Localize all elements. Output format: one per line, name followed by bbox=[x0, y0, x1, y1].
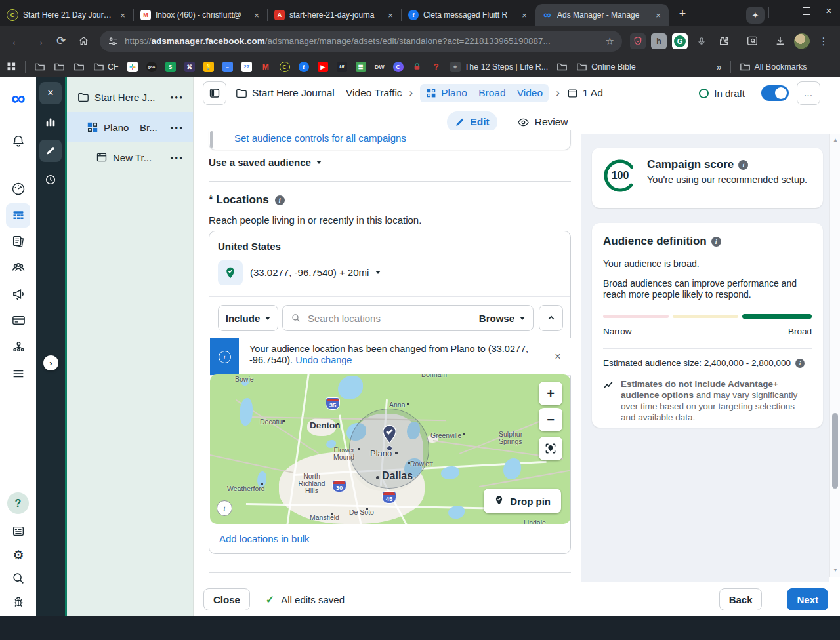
notifications-bell-icon[interactable] bbox=[10, 132, 27, 150]
bookmark-goo-icon[interactable]: goo bbox=[146, 62, 157, 72]
info-icon[interactable]: i bbox=[275, 195, 285, 205]
tab-ads-manager-active[interactable]: ∞ Ads Manager - Manage × bbox=[536, 4, 669, 26]
bookmark-c-circle-icon[interactable]: C bbox=[393, 62, 404, 72]
bookmark-green-s-icon[interactable]: S bbox=[165, 62, 176, 72]
campaigns-table-icon-selected[interactable] bbox=[6, 203, 30, 228]
tree-row-campaign[interactable]: Start Here J... ●●● bbox=[67, 82, 193, 112]
scrollbar-thumb[interactable] bbox=[832, 413, 838, 489]
collapse-sidebar-icon[interactable] bbox=[203, 81, 226, 105]
bookmark-list-icon[interactable]: ☰ bbox=[356, 62, 366, 72]
microphone-icon[interactable] bbox=[692, 31, 711, 51]
add-locations-bulk-link[interactable]: Add locations in bulk bbox=[219, 533, 310, 544]
business-assets-tree-icon[interactable] bbox=[10, 338, 27, 355]
bookmark-folder[interactable] bbox=[556, 62, 568, 71]
info-icon[interactable]: i bbox=[711, 237, 721, 247]
settings-gear-icon[interactable]: ⚙ bbox=[10, 546, 27, 563]
new-tab-button[interactable]: + bbox=[674, 5, 691, 22]
window-close-button[interactable]: × bbox=[818, 0, 840, 22]
bookmark-twelve-steps[interactable]: ✧ The 12 Steps | Life R... bbox=[450, 62, 549, 72]
audiences-people-icon[interactable] bbox=[10, 259, 27, 276]
close-tab-icon[interactable]: × bbox=[251, 9, 262, 21]
back-button[interactable]: Back bbox=[719, 588, 763, 610]
honey-extension-icon[interactable]: h bbox=[651, 33, 667, 49]
scroll-up-arrow[interactable]: ▲ bbox=[833, 137, 838, 143]
bookmark-docs-icon[interactable]: ≡ bbox=[222, 62, 233, 72]
expand-panel-button[interactable]: › bbox=[43, 355, 58, 370]
search-icon[interactable] bbox=[10, 570, 27, 587]
map-locate-pin-button[interactable] bbox=[539, 437, 562, 460]
bookmark-folder[interactable] bbox=[74, 62, 85, 71]
downloads-icon[interactable] bbox=[770, 31, 790, 51]
performance-bars-icon[interactable] bbox=[39, 111, 62, 133]
bookmark-journal-icon[interactable]: C bbox=[280, 62, 290, 72]
tab-facebook[interactable]: f Cleta messaged Fluitt R × bbox=[402, 4, 535, 26]
info-icon[interactable]: i bbox=[738, 160, 748, 170]
breadcrumb-ad[interactable]: 1 Ad bbox=[583, 87, 603, 99]
bookmark-slack-icon[interactable] bbox=[127, 62, 138, 72]
map-zoom-out-button[interactable]: − bbox=[539, 408, 562, 431]
dismiss-banner-icon[interactable]: × bbox=[545, 338, 571, 375]
report-bug-icon[interactable] bbox=[10, 593, 27, 610]
search-locations-box[interactable]: Browse bbox=[282, 305, 534, 331]
coordinates-dropdown[interactable]: (33.0277, -96.7540) + 20mi bbox=[250, 267, 381, 278]
tree-row-ad[interactable]: New Tr... ●●● bbox=[67, 142, 193, 172]
side-search-icon[interactable] bbox=[742, 31, 762, 51]
ads-megaphone-icon[interactable] bbox=[10, 285, 27, 302]
map-pin-icon[interactable] bbox=[379, 424, 400, 447]
next-button[interactable]: Next bbox=[787, 588, 828, 610]
bookmark-facebook-icon[interactable]: f bbox=[299, 62, 309, 72]
breadcrumb-adset-active[interactable]: Plano – Broad – Video bbox=[420, 84, 549, 102]
bookmarks-overflow-chevron[interactable]: » bbox=[717, 62, 722, 72]
scroll-down-arrow[interactable]: ▼ bbox=[833, 567, 838, 573]
map-zoom-in-button[interactable]: + bbox=[539, 382, 562, 405]
breadcrumb-campaign[interactable]: Start Here Journal – Video Traffic bbox=[252, 87, 402, 99]
billing-card-icon[interactable] bbox=[10, 311, 27, 329]
close-tab-icon[interactable]: × bbox=[117, 9, 129, 21]
tab-gmail[interactable]: M Inbox (460) - chrisfluitt@ × bbox=[134, 4, 267, 26]
map-attribution-info-icon[interactable]: i bbox=[217, 500, 232, 516]
row-menu-button[interactable]: ●●● bbox=[171, 125, 194, 130]
bookmark-ui-icon[interactable]: UI bbox=[337, 62, 347, 72]
close-tab-icon[interactable]: × bbox=[652, 9, 664, 21]
search-locations-input[interactable] bbox=[306, 312, 474, 325]
info-icon[interactable]: i bbox=[795, 359, 805, 368]
reports-pages-icon[interactable] bbox=[10, 233, 27, 250]
bookmark-calendar-icon[interactable]: 27 bbox=[242, 62, 252, 72]
browser-menu-kebab-icon[interactable]: ⋮ bbox=[814, 31, 833, 51]
browse-dropdown[interactable]: Browse bbox=[479, 313, 525, 324]
header-menu-button[interactable]: … bbox=[797, 81, 820, 105]
bookmark-gmail-icon[interactable]: M bbox=[261, 62, 271, 72]
targeting-map[interactable]: Bowie Bonham Anna Decatur Denton Greenvi… bbox=[210, 374, 570, 524]
bookmark-youtube-icon[interactable]: ▶ bbox=[318, 62, 328, 72]
tab-edit[interactable]: Edit bbox=[447, 111, 497, 132]
home-icon[interactable] bbox=[74, 31, 93, 51]
close-button[interactable]: Close bbox=[203, 588, 250, 610]
profile-avatar[interactable] bbox=[794, 33, 810, 49]
saved-audience-dropdown[interactable]: Use a saved audience bbox=[209, 157, 322, 168]
reload-icon[interactable]: ⟳ bbox=[51, 31, 71, 51]
extensions-puzzle-icon[interactable] bbox=[714, 31, 734, 51]
close-editor-icon[interactable]: × bbox=[39, 82, 62, 104]
bookmark-star-icon[interactable]: ☆ bbox=[606, 35, 614, 47]
tab-pdf[interactable]: A start-here-21-day-journa × bbox=[268, 4, 401, 26]
back-icon[interactable]: ← bbox=[7, 31, 26, 51]
bookmark-question-icon[interactable]: ? bbox=[431, 62, 442, 72]
audience-controls-link[interactable]: Set audience controls for all campaigns bbox=[234, 132, 406, 144]
close-tab-icon[interactable]: × bbox=[385, 9, 396, 21]
all-tools-menu-icon[interactable] bbox=[10, 365, 27, 382]
tab-review[interactable]: Review bbox=[509, 111, 576, 133]
include-dropdown[interactable]: Include bbox=[218, 305, 278, 331]
bookmark-folder[interactable] bbox=[54, 62, 65, 71]
row-menu-button[interactable]: ●●● bbox=[171, 94, 194, 100]
grammarly-extension-icon[interactable]: G bbox=[672, 33, 688, 49]
page-scrollbar[interactable]: ▲ ▼ bbox=[830, 134, 840, 577]
bookmark-purple-site-icon[interactable]: ⌘ bbox=[184, 62, 195, 72]
account-overview-gauge-icon[interactable] bbox=[10, 180, 27, 197]
bookmark-keep-icon[interactable]: 💡 bbox=[203, 62, 214, 72]
forward-icon[interactable]: → bbox=[29, 31, 49, 51]
updates-news-icon[interactable] bbox=[10, 523, 27, 540]
row-menu-button[interactable]: ●●● bbox=[171, 155, 194, 161]
bookmark-online-bible[interactable]: Online Bible bbox=[576, 62, 635, 71]
bookmark-lock-icon[interactable] bbox=[412, 62, 423, 72]
drop-pin-button[interactable]: Drop pin bbox=[484, 489, 561, 513]
